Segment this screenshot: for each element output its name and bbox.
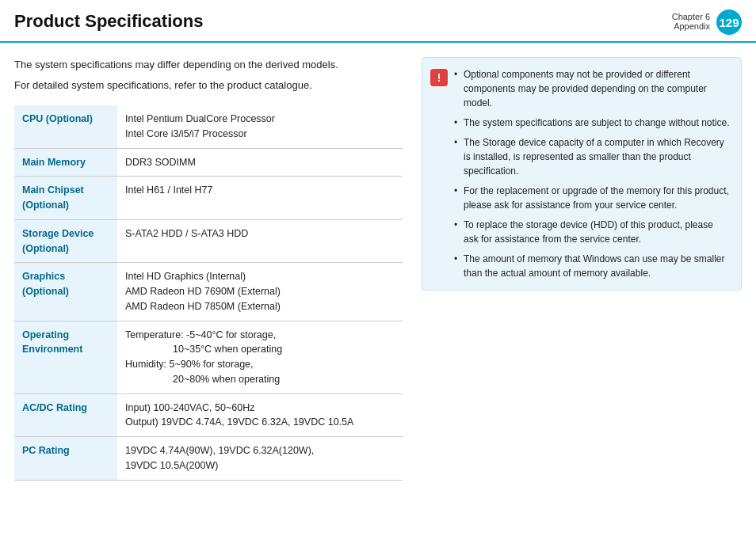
right-column: ! Optional components may not be provide… [422,57,742,481]
notice-icon: ! [430,69,448,86]
spec-value-2: Intel H61 / Intel H77 [117,177,403,220]
main-content: The system specifications may differ dep… [0,43,756,495]
notice-item-4: To replace the storage device (HDD) of t… [454,218,730,246]
spec-row-3: Storage Device (Optional)S-ATA2 HDD / S-… [14,219,403,263]
spec-label-2: Main Chipset (Optional) [14,177,117,220]
intro-line2: For detailed system specifications, refe… [14,78,403,93]
notice-item-1: The system specifications are subject to… [454,116,730,130]
spec-label-4: Graphics (Optional) [14,263,117,321]
notice-list: Optional components may not be provided … [454,67,730,280]
notice-icon-text: ! [437,71,441,84]
appendix-label: Appendix [674,21,710,31]
notice-box: ! Optional components may not be provide… [422,57,742,291]
notice-item-3: For the replacement or upgrade of the me… [454,184,730,212]
page-title: Product Specifications [14,11,203,32]
spec-value-7: 19VDC 4.74A(90W), 19VDC 6.32A(120W),19VD… [117,437,403,481]
notice-item-0: Optional components may not be provided … [454,67,730,110]
specs-table: CPU (Optional)Intel Pentium DualCore Pro… [14,105,403,481]
left-column: The system specifications may differ dep… [14,57,403,481]
spec-value-4: Intel HD Graphics (Internal)AMD Radeon H… [117,263,403,321]
spec-value-6: Input) 100-240VAC, 50~60HzOutput) 19VDC … [117,393,403,437]
chapter-info: Chapter 6 Appendix 129 [672,8,742,35]
intro-line1: The system specifications may differ dep… [14,57,403,73]
spec-row-2: Main Chipset (Optional)Intel H61 / Intel… [14,177,403,220]
spec-label-0: CPU (Optional) [14,105,117,148]
spec-value-3: S-ATA2 HDD / S-ATA3 HDD [117,219,403,263]
spec-label-7: PC Rating [14,437,117,481]
spec-value-0: Intel Pentium DualCore ProcessorIntel Co… [117,105,403,148]
chapter-badge: Chapter 6 Appendix [672,12,710,31]
spec-row-0: CPU (Optional)Intel Pentium DualCore Pro… [14,105,403,148]
spec-row-4: Graphics (Optional)Intel HD Graphics (In… [14,263,403,321]
spec-label-5: Operating Environment [14,321,117,393]
intro-text: The system specifications may differ dep… [14,57,403,93]
spec-label-3: Storage Device (Optional) [14,219,117,263]
spec-row-6: AC/DC RatingInput) 100-240VAC, 50~60HzOu… [14,393,403,437]
spec-label-6: AC/DC Rating [14,393,117,437]
spec-row-7: PC Rating19VDC 4.74A(90W), 19VDC 6.32A(1… [14,437,403,481]
page-header: Product Specifications Chapter 6 Appendi… [0,0,756,43]
page-number: 129 [716,10,742,35]
spec-value-5: Temperature: -5~40°C for storage,10~35°C… [117,321,403,393]
spec-value-1: DDR3 SODIMM [117,148,403,177]
spec-label-1: Main Memory [14,148,117,177]
chapter-label: Chapter 6 [672,12,710,21]
notice-item-2: The Storage device capacity of a compute… [454,135,730,178]
spec-row-5: Operating EnvironmentTemperature: -5~40°… [14,321,403,393]
spec-row-1: Main MemoryDDR3 SODIMM [14,148,403,177]
notice-item-5: The amount of memory that Windows can us… [454,252,730,280]
